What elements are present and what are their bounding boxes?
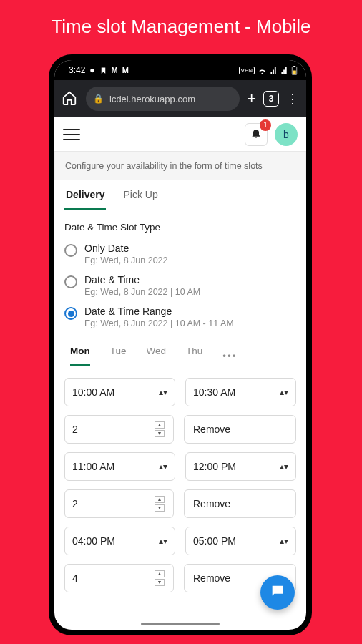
radio-example: Eg: Wed, 8 Jun 2022 | 10 AM - 11 AM	[84, 318, 234, 328]
radio-label: Date & Time Range	[84, 306, 234, 317]
remove-button[interactable]: Remove	[184, 415, 296, 444]
status-time: 3:42	[69, 65, 85, 75]
url-text: icdel.herokuapp.com	[109, 94, 195, 104]
config-banner: Configure your availability in the form …	[54, 152, 306, 180]
bookmark-icon	[99, 67, 107, 74]
chevron-updown-icon: ▴▾	[280, 462, 288, 472]
menu-icon[interactable]	[63, 126, 80, 143]
end-time-select[interactable]: 12:00 PM ▴▾	[185, 452, 296, 481]
start-time-select[interactable]: 10:00 AM ▴▾	[64, 378, 175, 406]
radio-circle-icon	[64, 244, 77, 257]
day-tabs-overflow-icon[interactable]: •••	[222, 351, 237, 361]
notifications-button[interactable]: 1	[245, 123, 268, 146]
day-tab-thu[interactable]: Thu	[186, 346, 202, 366]
battery-icon	[291, 66, 298, 75]
radio-date-time-range[interactable]: Date & Time Range Eg: Wed, 8 Jun 2022 | …	[64, 301, 296, 333]
slot-list: 10:00 AM ▴▾ 10:30 AM ▴▾ 2 ▲▼ Remove 11:0…	[54, 366, 306, 592]
start-time-value: 11:00 AM	[72, 461, 114, 472]
radio-example: Eg: Wed, 8 Jun 2022 | 10 AM	[84, 287, 200, 297]
gmail-m1-icon: M	[112, 66, 118, 74]
end-time-select[interactable]: 05:00 PM ▴▾	[185, 527, 296, 555]
phone-frame: 3:42 ● M M VPN 🔒 icdel.herokuapp.com	[49, 54, 312, 635]
tab-pickup[interactable]: Pick Up	[122, 189, 159, 210]
phone-screen: 3:42 ● M M VPN 🔒 icdel.herokuapp.com	[54, 60, 306, 630]
wifi-icon	[258, 66, 267, 75]
avatar[interactable]: b	[275, 123, 298, 146]
chevron-updown-icon: ▴▾	[159, 387, 167, 397]
slot-type-radio-group: Only Date Eg: Wed, 8 Jun 2022 Date & Tim…	[54, 238, 306, 333]
signal2-icon	[280, 67, 288, 74]
stepper-buttons-icon[interactable]: ▲▼	[155, 421, 166, 437]
new-tab-icon[interactable]: +	[247, 89, 256, 108]
quantity-value: 2	[72, 424, 78, 435]
browser-menu-icon[interactable]: ⋮	[286, 91, 299, 107]
quantity-value: 4	[72, 572, 78, 584]
radio-label: Only Date	[84, 243, 168, 254]
bell-icon	[250, 127, 262, 142]
url-bar[interactable]: 🔒 icdel.herokuapp.com	[86, 87, 240, 111]
radio-circle-icon	[64, 307, 77, 320]
home-icon[interactable]	[62, 90, 79, 107]
radio-label: Date & Time	[84, 274, 200, 286]
quantity-stepper[interactable]: 2 ▲▼	[64, 489, 174, 518]
svg-rect-2	[293, 70, 296, 74]
chevron-updown-icon: ▴▾	[159, 462, 167, 472]
circle-icon: ●	[89, 65, 94, 75]
start-time-select[interactable]: 04:00 PM ▴▾	[64, 527, 175, 555]
browser-toolbar: 🔒 icdel.herokuapp.com + 3 ⋮	[54, 80, 306, 117]
signal-icon	[270, 67, 278, 74]
chat-icon	[270, 583, 285, 602]
notification-badge: 1	[260, 119, 271, 131]
app-header: 1 b	[54, 117, 306, 152]
start-time-select[interactable]: 11:00 AM ▴▾	[64, 452, 175, 481]
chevron-updown-icon: ▴▾	[280, 536, 288, 546]
day-tab-tue[interactable]: Tue	[110, 346, 127, 366]
end-time-value: 10:30 AM	[193, 386, 235, 398]
tabs-count-button[interactable]: 3	[263, 91, 279, 107]
stepper-buttons-icon[interactable]: ▲▼	[155, 496, 166, 512]
quantity-value: 2	[72, 498, 78, 509]
start-time-value: 04:00 PM	[72, 535, 115, 547]
end-time-value: 12:00 PM	[193, 461, 236, 472]
gesture-bar	[141, 623, 220, 625]
mode-tabs: Delivery Pick Up	[54, 180, 306, 210]
radio-date-time[interactable]: Date & Time Eg: Wed, 8 Jun 2022 | 10 AM	[64, 270, 296, 301]
radio-circle-icon	[64, 275, 77, 288]
day-tab-mon[interactable]: Mon	[70, 346, 90, 366]
lock-icon: 🔒	[93, 94, 104, 104]
start-time-value: 10:00 AM	[72, 386, 114, 398]
android-status-bar: 3:42 ● M M VPN	[54, 60, 306, 80]
quantity-stepper[interactable]: 4 ▲▼	[64, 564, 174, 592]
end-time-select[interactable]: 10:30 AM ▴▾	[185, 378, 296, 406]
vpn-icon: VPN	[239, 67, 255, 74]
quantity-stepper[interactable]: 2 ▲▼	[64, 415, 174, 444]
svg-rect-1	[293, 66, 295, 67]
day-tabs: Mon Tue Wed Thu •••	[54, 333, 306, 366]
radio-example: Eg: Wed, 8 Jun 2022	[84, 255, 168, 265]
gmail-m2-icon: M	[122, 66, 129, 74]
page-heading: Time slot Management - Mobile	[0, 0, 362, 45]
day-tab-wed[interactable]: Wed	[147, 346, 167, 366]
remove-button[interactable]: Remove	[184, 489, 296, 518]
tab-delivery[interactable]: Delivery	[64, 189, 106, 210]
chevron-updown-icon: ▴▾	[280, 387, 288, 397]
section-label: Date & Time Slot Type	[54, 210, 306, 238]
end-time-value: 05:00 PM	[193, 535, 236, 547]
radio-only-date[interactable]: Only Date Eg: Wed, 8 Jun 2022	[64, 238, 296, 270]
chevron-updown-icon: ▴▾	[159, 536, 167, 546]
stepper-buttons-icon[interactable]: ▲▼	[155, 570, 166, 586]
chat-button[interactable]	[260, 575, 295, 610]
